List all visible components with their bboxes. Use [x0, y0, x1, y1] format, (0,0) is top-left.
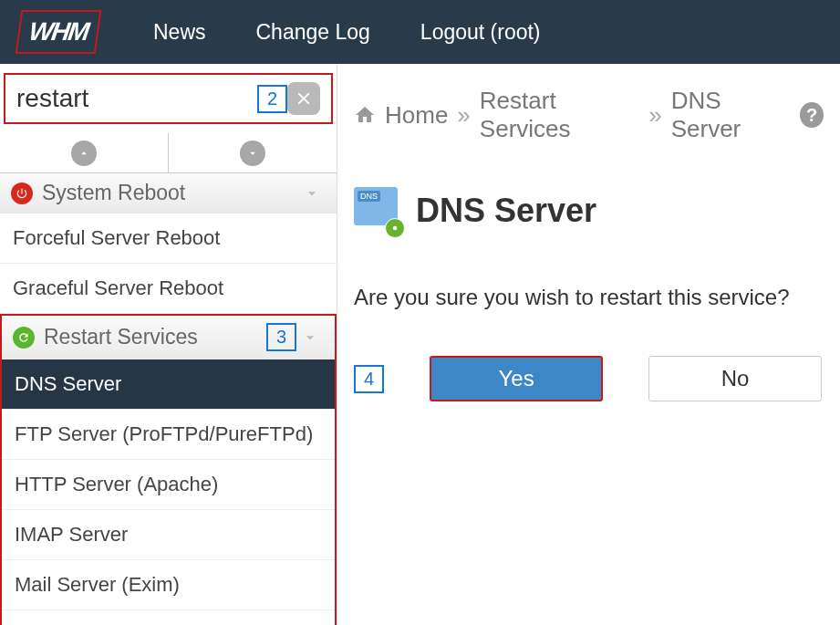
badge-4: 4: [354, 365, 384, 393]
button-row: 4 Yes No: [354, 356, 824, 401]
arrow-up-icon: [71, 141, 97, 166]
sidebar-item-sql-server[interactable]: SQL Server (MySQL): [2, 610, 335, 625]
power-icon: [11, 182, 33, 204]
breadcrumb-home[interactable]: Home: [385, 101, 448, 130]
breadcrumb-dns-server: DNS Server: [671, 87, 788, 143]
nav-changelog[interactable]: Change Log: [256, 20, 370, 45]
content: Home » Restart Services » DNS Server ? D…: [337, 64, 840, 625]
svg-point-0: [393, 226, 398, 231]
breadcrumb-sep-icon: »: [457, 101, 470, 130]
search-box[interactable]: restart 2: [4, 73, 333, 124]
nav-logout[interactable]: Logout (root): [420, 20, 541, 45]
restart-badge: 3: [266, 323, 296, 351]
logo[interactable]: WHM: [16, 10, 102, 54]
chevron-down-icon: [296, 328, 324, 347]
page-title-row: DNS Server: [354, 187, 824, 234]
search-value: restart: [16, 84, 244, 113]
restart-icon: [13, 327, 35, 349]
check-icon: [385, 218, 405, 238]
expand-all-button[interactable]: [169, 133, 337, 172]
breadcrumb-sep-icon: »: [648, 101, 661, 130]
close-icon: [294, 89, 314, 109]
sidebar: restart 2 System R: [0, 64, 337, 625]
dns-folder-icon: [354, 187, 401, 234]
no-button[interactable]: No: [648, 356, 822, 401]
collapse-expand-row: [0, 133, 337, 173]
section-label: System Reboot: [42, 181, 298, 205]
section-restart-services[interactable]: Restart Services 3: [2, 316, 335, 359]
sidebar-item-ftp-server[interactable]: FTP Server (ProFTPd/PureFTPd): [2, 410, 335, 460]
yes-button[interactable]: Yes: [430, 356, 603, 401]
section-restart-services-highlighted: Restart Services 3 DNS Server FTP Server…: [0, 314, 337, 625]
nav-links: News Change Log Logout (root): [153, 20, 541, 45]
collapse-all-button[interactable]: [0, 133, 169, 172]
sidebar-item-imap-server[interactable]: IMAP Server: [2, 510, 335, 560]
section-system-reboot[interactable]: System Reboot: [0, 173, 337, 214]
section-label: Restart Services: [44, 325, 254, 349]
home-icon[interactable]: [354, 104, 376, 126]
sidebar-item-forceful-reboot[interactable]: Forceful Server Reboot: [0, 214, 337, 264]
confirm-text: Are you sure you wish to restart this se…: [354, 285, 824, 310]
sidebar-item-http-server[interactable]: HTTP Server (Apache): [2, 460, 335, 510]
main-container: restart 2 System R: [0, 64, 840, 625]
chevron-down-icon: [298, 184, 326, 203]
breadcrumb: Home » Restart Services » DNS Server ?: [354, 87, 824, 143]
arrow-down-icon: [240, 141, 265, 166]
page-title: DNS Server: [416, 192, 596, 230]
search-badge: 2: [257, 85, 287, 113]
sidebar-item-mail-server[interactable]: Mail Server (Exim): [2, 560, 335, 610]
help-icon[interactable]: ?: [800, 102, 824, 128]
menu-area: System Reboot Forceful Server Reboot Gra…: [0, 173, 337, 625]
breadcrumb-restart-services[interactable]: Restart Services: [480, 87, 639, 143]
nav-news[interactable]: News: [153, 20, 206, 45]
search-clear-button[interactable]: [287, 82, 320, 115]
topbar: WHM News Change Log Logout (root): [0, 0, 840, 64]
sidebar-item-graceful-reboot[interactable]: Graceful Server Reboot: [0, 264, 337, 314]
sidebar-item-dns-server[interactable]: DNS Server: [2, 359, 335, 410]
